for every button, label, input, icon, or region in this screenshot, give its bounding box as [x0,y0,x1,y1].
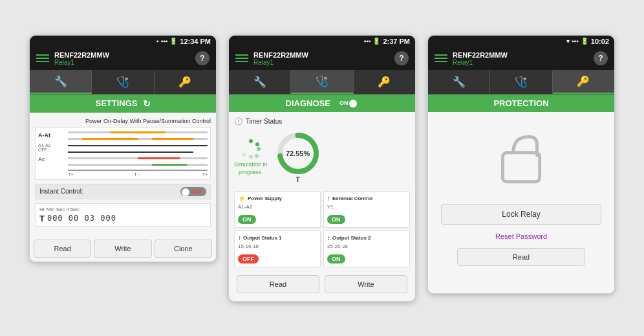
toggle-switch-off[interactable]: OFF [180,187,206,196]
hamburger-menu-diag[interactable] [235,54,248,62]
diagnose-content: 🕐 Timer Status Simulation in progress. [229,112,415,301]
tab-protection[interactable]: 🔑 [155,70,216,94]
donut-chart: 72.55% [275,131,321,176]
status-card-power: ⚡ Power Supply A1-A2 ON [234,191,321,228]
status-card-out2: ↕ Output Status 2 25-26-28 ON [323,230,410,267]
hamburger-menu[interactable] [36,54,49,62]
tab-protection-active[interactable]: 🔑 [553,70,614,94]
line-black-2 [68,150,208,155]
wifi-icon: ▪ [156,38,159,45]
ext-badge: ON [327,215,345,224]
timing-diagram: A-At A1-A2OFF Ac [35,127,211,180]
status-bar-protection: ▾ ▪▪▪ 🔋 10:02 [428,36,614,47]
line-orange-1 [68,130,208,135]
battery-icon-diag: 🔋 [372,38,380,45]
dot4 [255,154,259,158]
settings-title: SETTINGS [95,98,137,108]
lock-icon [492,129,550,187]
tab-bar-protection: 🔧 🩺 🔑 [428,70,614,95]
hamburger-menu-prot[interactable] [435,54,447,62]
diagnose-action-buttons: Read Write [234,273,410,296]
tab-bar-settings: 🔧 🩺 🔑 [30,70,216,95]
settings-content: Power On-Delay With Pause/Summation Cont… [30,113,216,236]
timeline-base [68,170,208,171]
status-card-ext: ↑ External Control Y1 ON [323,191,410,228]
status-icons: ▪ ▪▪▪ 🔋 [156,38,177,45]
tab-settings-diag[interactable]: 🔧 [229,70,291,94]
power-badge: ON [238,215,256,224]
donut-value: 72.55% [286,150,310,157]
out2-badge: ON [327,254,345,263]
ext-title: External Control [332,196,372,201]
tab-diagnose[interactable]: 🩺 [92,70,154,94]
timer-status-header: 🕐 Timer Status [234,117,410,126]
relay-name: Relay1 [54,59,109,66]
help-button-diag[interactable]: ? [394,51,409,65]
signal-icon-prot: ▪▪▪ [572,38,579,45]
read-button-settings[interactable]: Read [34,240,91,258]
read-button-diagnose[interactable]: Read [237,275,319,293]
write-button-settings[interactable]: Write [94,240,151,258]
toggle-off-label: OFF [191,188,202,195]
status-card-out1: ↕ Output Status 1 15-16-18 OFF [234,230,321,267]
read-button-protection[interactable]: Read [457,248,585,266]
relay-name-prot: Relay1 [453,59,508,66]
svg-rect-2 [502,152,539,181]
stethoscope-icon-prot: 🩺 [515,76,528,88]
help-button-prot[interactable]: ? [594,51,608,65]
section-header-diagnose: DIAGNOSE ON [229,95,415,112]
donut-label: T [295,176,299,183]
timer-status-label: Timer Status [246,118,282,125]
ext-icon: ↑ [327,195,330,202]
at-off-label: A1-A2OFF [38,142,64,153]
dot3 [257,147,261,151]
power-title: Power Supply [248,196,282,201]
ext-subtitle: Y1 [327,204,406,210]
timer-t-label: T [39,214,45,223]
tab-diagnose-active[interactable]: 🩺 [291,70,353,94]
out1-icon: ↕ [238,234,241,241]
power-subtitle: A1-A2 [238,204,317,210]
clone-button-settings[interactable]: Clone [155,240,212,258]
clock-icon: 🕐 [234,117,243,126]
line-green-1 [68,162,208,168]
status-time-prot: 10:02 [591,38,609,45]
phone-settings: ▪ ▪▪▪ 🔋 12:34 PM RENF22R2MMW Relay1 ? [29,35,217,262]
status-bar-settings: ▪ ▪▪▪ 🔋 12:34 PM [30,36,216,47]
lock-relay-button[interactable]: Lock Relay [441,204,601,225]
tab-protection-diag[interactable]: 🔑 [354,70,415,94]
stethoscope-icon: 🩺 [116,76,129,88]
relay-name-diag: Relay1 [253,59,308,66]
out2-subtitle: 25-26-28 [327,243,406,249]
timer-digits: 000 00 03 000 [47,214,116,223]
ac-label: Ac [38,155,64,164]
section-header-settings: SETTINGS ↻ [30,95,216,113]
out1-badge: OFF [238,254,259,263]
dot1 [249,139,253,143]
tab-diagnose-prot[interactable]: 🩺 [490,70,552,94]
out2-icon: ↕ [327,234,330,241]
lock-icon-container [492,129,550,190]
write-button-diagnose[interactable]: Write [325,275,407,293]
line-red-1 [68,156,208,161]
wrench-icon: 🔧 [54,75,67,87]
toggle-switch-on[interactable]: ON [336,98,359,107]
simulation-text: Simulation in progress. [234,161,268,176]
key-icon-prot: 🔑 [577,75,590,87]
diagram-title: Power On-Delay With Pause/Summation Cont… [35,118,211,124]
status-time-diag: 2:37 PM [383,38,410,45]
section-header-protection: PROTECTION [428,95,614,112]
app-header-diagnose: RENF22R2MMW Relay1 ? [229,47,415,70]
status-grid: ⚡ Power Supply A1-A2 ON ↑ External Contr… [234,191,410,267]
key-icon: 🔑 [178,76,191,88]
reset-password-link[interactable]: Reset Password [495,232,547,240]
tab-settings-prot[interactable]: 🔧 [428,70,490,94]
protection-content: Lock Relay Reset Password Read [428,112,614,293]
line-black-1 [68,143,208,148]
power-icon: ⚡ [238,195,246,202]
tab-settings[interactable]: 🔧 [30,70,92,94]
app-header-settings: RENF22R2MMW Relay1 ? [30,47,216,70]
phone-diagnose: ▪▪▪ 🔋 2:37 PM RENF22R2MMW Relay1 ? 🔧 [228,35,416,302]
help-button[interactable]: ? [195,51,209,65]
wrench-icon-diag: 🔧 [253,76,266,88]
